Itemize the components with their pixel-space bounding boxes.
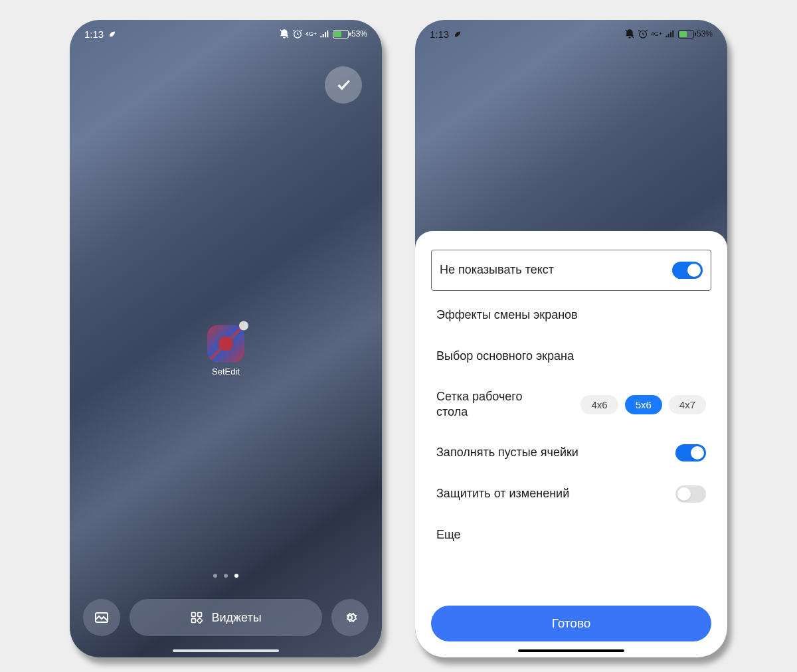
status-time: 1:13: [430, 29, 449, 40]
home-indicator[interactable]: [518, 649, 624, 652]
status-time: 1:13: [84, 29, 104, 40]
grid-options: 4x6 5x6 4x7: [580, 395, 706, 414]
toggle-hide-text[interactable]: [672, 262, 703, 279]
editor-toolbar: Виджеты: [83, 599, 369, 636]
app-icon-label: SetEdit: [207, 367, 244, 377]
battery-icon: [333, 30, 349, 39]
setting-label: Сетка рабочего стола: [436, 389, 536, 420]
network-label: 4G+: [306, 31, 317, 37]
phone-right: 1:13 4G+ 53% Не показывать текст Эффекты…: [415, 20, 727, 657]
leaf-icon: [108, 29, 117, 39]
grid-chip-4x7[interactable]: 4x7: [669, 395, 706, 414]
toggle-lock-layout[interactable]: [675, 485, 706, 503]
leaf-icon: [453, 29, 462, 39]
home-indicator[interactable]: [173, 649, 279, 652]
grid-chip-5x6[interactable]: 5x6: [625, 395, 662, 414]
battery-pct: 53%: [351, 29, 367, 39]
alarm-icon: [292, 29, 303, 39]
status-bar: 1:13 4G+ 53%: [415, 20, 727, 48]
setting-label: Защитить от изменений: [436, 486, 675, 501]
widgets-label: Виджеты: [211, 611, 261, 625]
setting-grid: Сетка рабочего стола 4x6 5x6 4x7: [431, 377, 711, 432]
toggle-fill-cells[interactable]: [675, 444, 706, 462]
confirm-button[interactable]: [325, 66, 362, 104]
setting-transition-effects[interactable]: Эффекты смены экранов: [431, 295, 711, 336]
setting-label: Выбор основного экрана: [436, 349, 706, 364]
battery-pct: 53%: [697, 29, 713, 39]
svg-point-7: [348, 616, 352, 620]
check-icon: [335, 76, 352, 94]
battery-icon: [678, 30, 694, 39]
widgets-button[interactable]: Виджеты: [130, 599, 322, 636]
done-button[interactable]: Готово: [431, 606, 711, 641]
settings-button[interactable]: [331, 599, 369, 636]
setting-default-screen[interactable]: Выбор основного экрана: [431, 336, 711, 377]
svg-rect-4: [198, 613, 202, 617]
signal-icon: [665, 29, 675, 39]
wallpaper-button[interactable]: [83, 599, 120, 636]
grid-chip-4x6[interactable]: 4x6: [580, 395, 618, 414]
setting-lock-layout[interactable]: Защитить от изменений: [431, 473, 711, 515]
svg-rect-3: [192, 613, 196, 617]
launcher-settings-panel: Не показывать текст Эффекты смены экрано…: [415, 231, 727, 657]
setting-label: Заполнять пустые ячейки: [436, 445, 675, 460]
setting-label: Еще: [436, 527, 706, 543]
image-icon: [94, 610, 110, 626]
dnd-icon: [624, 29, 635, 39]
svg-rect-5: [192, 619, 196, 623]
setting-label: Эффекты смены экранов: [436, 307, 706, 323]
alarm-icon: [638, 29, 648, 39]
dnd-icon: [279, 29, 290, 39]
signal-icon: [319, 29, 330, 39]
done-label: Готово: [552, 616, 591, 631]
setting-hide-text[interactable]: Не показывать текст: [431, 250, 711, 291]
gear-icon: [342, 610, 358, 626]
setting-label: Не показывать текст: [440, 262, 672, 278]
network-label: 4G+: [651, 31, 662, 37]
app-icon-setedit[interactable]: SetEdit: [207, 325, 244, 377]
setting-more[interactable]: Еще: [431, 515, 711, 556]
page-indicator: [213, 574, 238, 578]
setting-fill-cells[interactable]: Заполнять пустые ячейки: [431, 432, 711, 473]
widgets-icon: [190, 611, 203, 624]
phone-left: 1:13 4G+ 53% SetEdit Виджеты: [70, 20, 382, 657]
svg-rect-6: [197, 618, 203, 623]
status-bar: 1:13 4G+ 53%: [70, 20, 382, 48]
